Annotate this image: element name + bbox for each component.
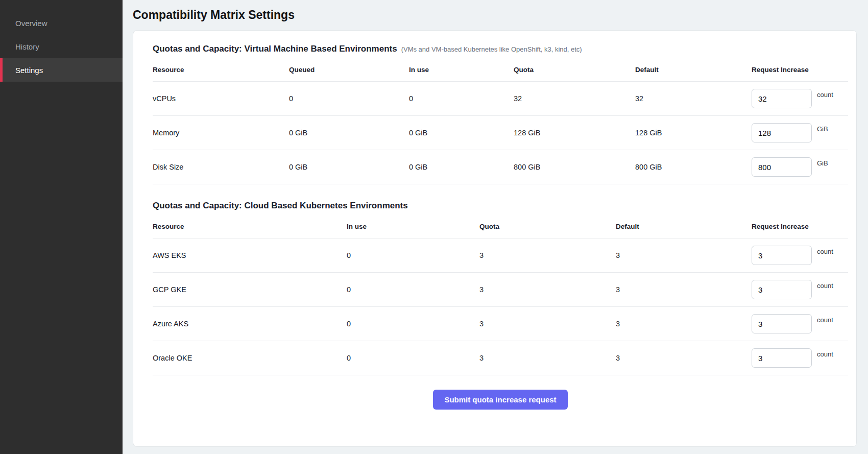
cell-resource: AWS EKS	[153, 251, 347, 259]
cell-in-use: 0	[347, 354, 479, 362]
cell-in-use: 0	[347, 285, 479, 294]
cell-resource: vCPUs	[153, 94, 289, 103]
sidebar-item-overview[interactable]: Overview	[0, 11, 123, 35]
cell-request-increase: count	[752, 314, 848, 333]
unit-label: count	[817, 248, 833, 255]
vm-section-title: Quotas and Capacity: Virtual Machine Bas…	[153, 44, 848, 54]
cell-in-use: 0	[347, 320, 479, 328]
vm-header-in-use: In use	[409, 66, 514, 74]
cell-quota: 3	[479, 285, 616, 294]
table-row-azure-aks: Azure AKS 0 3 3 count	[153, 307, 848, 341]
cell-queued: 0 GiB	[289, 163, 409, 171]
cell-in-use: 0 GiB	[409, 129, 514, 137]
table-row-disk-size: Disk Size 0 GiB 0 GiB 800 GiB 800 GiB Gi…	[153, 150, 848, 184]
cell-resource: GCP GKE	[153, 285, 347, 294]
cell-request-increase: count	[752, 280, 848, 299]
settings-card: Quotas and Capacity: Virtual Machine Bas…	[133, 30, 857, 447]
unit-label: count	[817, 91, 833, 99]
submit-row: Submit quota increase request	[153, 375, 848, 422]
vm-header-request-increase: Request Increase	[752, 66, 848, 74]
cloud-header-quota: Quota	[479, 223, 616, 230]
sidebar: Overview History Settings	[0, 0, 123, 454]
cell-in-use: 0	[409, 94, 514, 103]
cell-quota: 128 GiB	[514, 129, 635, 137]
cloud-section-title: Quotas and Capacity: Cloud Based Kuberne…	[153, 201, 848, 211]
cell-resource: Disk Size	[153, 163, 289, 171]
table-row-memory: Memory 0 GiB 0 GiB 128 GiB 128 GiB GiB	[153, 116, 848, 150]
vm-table-header: Resource Queued In use Quota Default Req…	[153, 58, 848, 82]
main-content: Compatibility Matrix Settings Quotas and…	[123, 0, 868, 454]
memory-request-input[interactable]	[752, 123, 812, 142]
vcpus-request-input[interactable]	[752, 89, 812, 108]
cell-queued: 0	[289, 94, 409, 103]
cell-quota: 3	[479, 354, 616, 362]
sidebar-item-history[interactable]: History	[0, 35, 123, 58]
aws-eks-request-input[interactable]	[752, 246, 812, 265]
cloud-header-resource: Resource	[153, 223, 347, 230]
vm-section-title-text: Quotas and Capacity: Virtual Machine Bas…	[153, 44, 397, 54]
unit-label: count	[817, 282, 833, 290]
table-row-oracle-oke: Oracle OKE 0 3 3 count	[153, 341, 848, 375]
cloud-header-request-increase: Request Increase	[752, 223, 848, 230]
oracle-oke-request-input[interactable]	[752, 348, 812, 368]
cell-default: 3	[616, 320, 752, 328]
cloud-header-default: Default	[616, 223, 752, 230]
unit-label: count	[817, 350, 833, 358]
cell-resource: Azure AKS	[153, 320, 347, 328]
cell-default: 128 GiB	[635, 129, 752, 137]
gcp-gke-request-input[interactable]	[752, 280, 812, 299]
page-title: Compatibility Matrix Settings	[133, 8, 857, 22]
disk-size-request-input[interactable]	[752, 157, 812, 177]
vm-header-quota: Quota	[514, 66, 635, 74]
cell-default: 32	[635, 94, 752, 103]
vm-header-default: Default	[635, 66, 752, 74]
cell-request-increase: GiB	[752, 123, 848, 142]
cell-quota: 800 GiB	[514, 163, 635, 171]
unit-label: count	[817, 316, 833, 324]
cell-in-use: 0 GiB	[409, 163, 514, 171]
unit-label: GiB	[817, 125, 828, 133]
cloud-header-in-use: In use	[347, 223, 479, 230]
cell-quota: 32	[514, 94, 635, 103]
cell-request-increase: count	[752, 89, 848, 108]
cell-request-increase: GiB	[752, 157, 848, 177]
cell-default: 3	[616, 285, 752, 294]
vm-section-subtitle: (VMs and VM-based Kubernetes like OpenSh…	[401, 45, 582, 53]
cell-quota: 3	[479, 320, 616, 328]
unit-label: GiB	[817, 159, 828, 167]
cell-default: 3	[616, 251, 752, 259]
vm-header-resource: Resource	[153, 66, 289, 74]
cell-request-increase: count	[752, 348, 848, 368]
table-row-vcpus: vCPUs 0 0 32 32 count	[153, 82, 848, 116]
table-row-gcp-gke: GCP GKE 0 3 3 count	[153, 273, 848, 307]
vm-header-queued: Queued	[289, 66, 409, 74]
cell-resource: Oracle OKE	[153, 354, 347, 362]
cloud-table-header: Resource In use Quota Default Request In…	[153, 215, 848, 238]
cell-default: 3	[616, 354, 752, 362]
table-row-aws-eks: AWS EKS 0 3 3 count	[153, 238, 848, 273]
cell-default: 800 GiB	[635, 163, 752, 171]
cell-resource: Memory	[153, 129, 289, 137]
cell-quota: 3	[479, 251, 616, 259]
cell-queued: 0 GiB	[289, 129, 409, 137]
azure-aks-request-input[interactable]	[752, 314, 812, 333]
cell-in-use: 0	[347, 251, 479, 259]
cell-request-increase: count	[752, 246, 848, 265]
sidebar-item-settings[interactable]: Settings	[0, 58, 123, 82]
submit-quota-increase-button[interactable]: Submit quota increase request	[433, 390, 567, 410]
